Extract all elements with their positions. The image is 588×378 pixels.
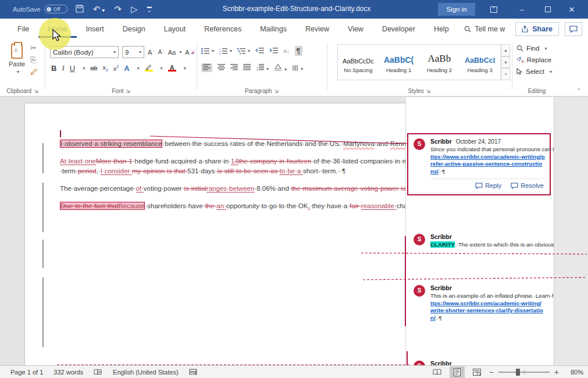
- font-size-select[interactable]: 9▾: [122, 46, 144, 58]
- select-button[interactable]: Select▾: [516, 68, 552, 75]
- cut-icon[interactable]: ✂: [30, 44, 38, 52]
- save-icon[interactable]: [76, 5, 84, 15]
- tab-file[interactable]: File: [8, 20, 38, 38]
- paste-dropdown-icon[interactable]: ▾: [17, 69, 19, 74]
- borders-button[interactable]: ⊞▾: [292, 63, 303, 72]
- autosave-pill[interactable]: Off: [44, 5, 67, 13]
- zoom-slider[interactable]: [498, 372, 550, 373]
- align-right-button[interactable]: [230, 64, 238, 72]
- tab-home[interactable]: Home: [38, 20, 76, 38]
- comment-card[interactable]: SScribbrCLARITY:·The·extent·to·which·thi…: [408, 230, 550, 251]
- share-button[interactable]: Share: [515, 22, 559, 36]
- clipboard-dialog-launcher-icon[interactable]: ⇲: [34, 88, 38, 94]
- find-button[interactable]: Find▾: [516, 45, 552, 52]
- font-color-button[interactable]: A: [168, 65, 176, 72]
- style-no-spacing[interactable]: AaBbCcDcNo Spacing: [338, 45, 379, 80]
- style-heading-1[interactable]: AaBbC(Heading 1: [379, 45, 419, 80]
- style-heading-3[interactable]: AaBbCcIHeading 3: [459, 45, 500, 80]
- comment-card[interactable]: SScribbrThis·is·an·example·of·an·inflate…: [408, 281, 550, 324]
- sort-button[interactable]: A↓: [283, 48, 290, 54]
- comment-card[interactable]: SScribbr: [408, 356, 550, 365]
- gallery-scroll-up-icon[interactable]: ▲: [501, 44, 510, 56]
- bold-button[interactable]: B: [51, 64, 56, 73]
- styles-dialog-launcher-icon[interactable]: ⇲: [426, 88, 431, 94]
- gallery-scroll-down-icon[interactable]: ▼: [501, 56, 510, 69]
- word-count[interactable]: 332 words: [54, 369, 83, 376]
- tab-developer[interactable]: Developer: [373, 20, 425, 38]
- increase-indent-button[interactable]: [269, 47, 278, 55]
- document-page[interactable]: I·observed·a·striking·resemblance·betwee…: [25, 104, 405, 365]
- bullet-list-button[interactable]: ▾: [201, 48, 214, 55]
- autosave-toggle[interactable]: AutoSave Off: [13, 5, 67, 13]
- shading-button[interactable]: ▾: [274, 64, 287, 72]
- align-left-button[interactable]: [201, 63, 212, 72]
- font-dialog-launcher-icon[interactable]: ⇲: [126, 88, 130, 94]
- keyboard-icon[interactable]: [189, 369, 197, 375]
- change-case-button[interactable]: Aa▾: [168, 49, 181, 56]
- proofing-status-icon[interactable]: [94, 369, 102, 376]
- close-button[interactable]: ✕: [562, 0, 582, 19]
- shrink-font-button[interactable]: Aˇ: [158, 49, 165, 55]
- tab-references[interactable]: References: [195, 20, 251, 38]
- sign-in-button[interactable]: Sign in: [438, 3, 475, 16]
- tell-me-search[interactable]: Tell me w: [464, 25, 509, 33]
- zoom-level[interactable]: 80%: [564, 369, 583, 376]
- font-color-dropdown-icon[interactable]: ▾: [184, 66, 186, 71]
- highlight-dropdown-icon[interactable]: ▾: [161, 66, 163, 71]
- text-effects-dropdown-icon[interactable]: ▾: [137, 66, 140, 71]
- undo-dropdown-icon[interactable]: ▾: [101, 7, 105, 13]
- tab-layout[interactable]: Layout: [155, 20, 195, 38]
- grow-font-button[interactable]: Aˆ: [148, 49, 155, 56]
- numbered-list-button[interactable]: 123▾: [219, 48, 232, 55]
- web-layout-button[interactable]: [469, 366, 484, 378]
- style-heading-2[interactable]: AaBbHeading 2: [419, 45, 460, 80]
- format-painter-icon[interactable]: 🖉: [30, 67, 38, 76]
- tab-review[interactable]: Review: [296, 20, 338, 38]
- copy-icon[interactable]: ⎘: [30, 55, 38, 65]
- play-icon[interactable]: ▷: [131, 4, 138, 15]
- minimize-button[interactable]: –: [512, 0, 532, 19]
- align-center-button[interactable]: [218, 64, 225, 72]
- tab-view[interactable]: View: [338, 20, 373, 38]
- paste-button[interactable]: Paste ▾: [6, 44, 28, 85]
- customize-qat-icon[interactable]: ▬⌄: [147, 6, 152, 13]
- zoom-in-button[interactable]: +: [554, 368, 559, 377]
- page-indicator[interactable]: Page 1 of 1: [10, 369, 43, 376]
- document-text[interactable]: I·observed·a·striking·resemblance·betwee…: [60, 129, 387, 219]
- maximize-button[interactable]: [538, 0, 558, 19]
- superscript-button[interactable]: x2: [113, 65, 119, 72]
- gallery-more-icon[interactable]: ≡: [501, 68, 510, 80]
- underline-button[interactable]: U: [70, 64, 75, 73]
- underline-dropdown-icon[interactable]: ▾: [83, 66, 85, 71]
- highlight-color-button[interactable]: 🖉: [145, 65, 153, 72]
- clear-formatting-button[interactable]: A◢: [185, 49, 194, 56]
- ribbon-display-options-icon[interactable]: ⌃: [484, 0, 504, 19]
- tab-design[interactable]: Design: [113, 20, 155, 38]
- comments-button[interactable]: [565, 22, 582, 36]
- font-family-select[interactable]: Calibri (Body)▾: [50, 46, 119, 58]
- language-indicator[interactable]: English (United States): [113, 369, 179, 376]
- tab-mailings[interactable]: Mailings: [251, 20, 296, 38]
- print-layout-button[interactable]: [450, 366, 465, 378]
- redo-button[interactable]: ↷: [114, 4, 122, 15]
- collapse-ribbon-icon[interactable]: ⌃: [576, 88, 581, 94]
- subscript-button[interactable]: x2: [102, 64, 108, 72]
- comment-card[interactable]: SScribbrOctober 24, 2017Since·you·indica…: [407, 133, 551, 195]
- tab-insert[interactable]: Insert: [77, 20, 113, 38]
- comment-reply-button[interactable]: Reply: [475, 182, 501, 189]
- read-mode-button[interactable]: [430, 366, 445, 378]
- show-formatting-marks-button[interactable]: ¶: [295, 46, 302, 56]
- undo-button[interactable]: ↶ ▾: [93, 4, 105, 15]
- decrease-indent-button[interactable]: [255, 47, 264, 55]
- comment-resolve-button[interactable]: Resolve: [511, 182, 544, 189]
- justify-button[interactable]: [243, 64, 251, 72]
- italic-button[interactable]: I: [62, 63, 64, 73]
- paragraph-dialog-launcher-icon[interactable]: ⇲: [275, 88, 279, 94]
- zoom-handle[interactable]: [516, 369, 520, 376]
- strikethrough-button[interactable]: ab: [90, 65, 97, 72]
- line-spacing-button[interactable]: ↕▾: [256, 64, 269, 72]
- multilevel-list-button[interactable]: ▾: [237, 48, 250, 55]
- text-effects-button[interactable]: A: [124, 65, 129, 72]
- tab-help[interactable]: Help: [425, 20, 458, 38]
- zoom-out-button[interactable]: −: [489, 368, 494, 377]
